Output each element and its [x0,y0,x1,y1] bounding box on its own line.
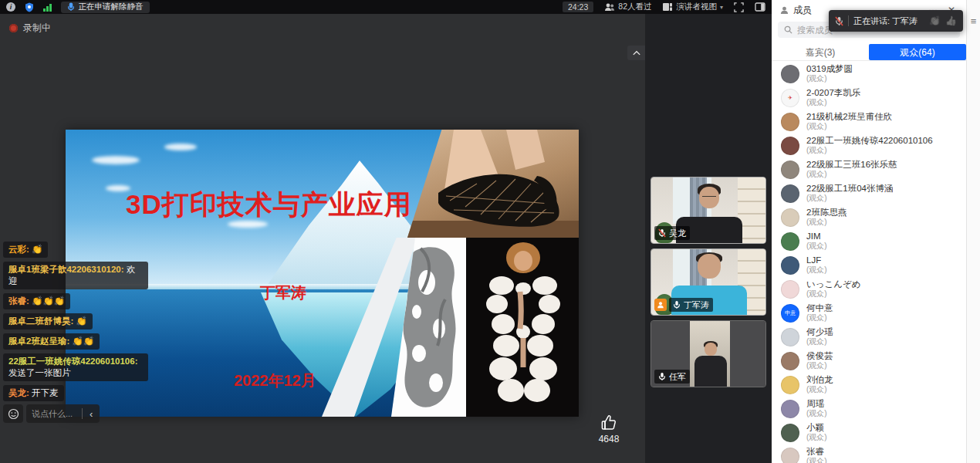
unmute-banner-label: 正在申请解除静音 [79,2,144,12]
fullscreen-icon [734,2,744,12]
side-panel-toggle[interactable] [755,2,765,12]
video-tile-wulong[interactable]: 吴龙 [651,177,766,244]
member-role: (观众) [806,313,833,323]
chat-message-text: 👏👏👏 [32,296,65,306]
member-list-item[interactable]: 2班陈思燕 (观众) [772,205,966,229]
shield-icon[interactable] [25,2,34,12]
tab-audience[interactable]: 观众(64) [869,44,966,60]
elapsed-time: 24:23 [563,2,593,12]
chat-sender-name: 服卓1班梁子歆42206310120: [8,265,124,274]
chat-message: 云彩: 👏 [3,242,48,258]
people-icon [604,2,615,12]
participant-name: 任军 [669,371,686,383]
view-mode-selector[interactable]: 演讲者视图 ▾ [662,2,723,12]
member-avatar [781,328,799,346]
divider [82,408,83,419]
chat-message-text: 发送了一张图片 [8,368,71,377]
info-icon[interactable]: i [6,2,15,12]
like-widget: 4648 [591,414,627,444]
member-list-item[interactable]: 张睿 (观众) [772,444,966,463]
chevron-up-icon [632,49,641,56]
now-speaking-label: 正在讲话: 丁军涛 [853,15,917,27]
member-list-item[interactable]: 22级服工三班16张乐慈 (观众) [772,157,966,181]
top-toolbar: i 正在申请解除静音 24:23 82人看过 演讲者视图 ▾ [0,0,772,14]
member-name: 0319成梦圆 [806,64,853,74]
member-avatar [781,65,799,83]
cloud [164,144,197,150]
thumbs-up-reaction-icon[interactable]: 👍 [945,15,957,26]
member-name: 张睿 [806,447,827,457]
member-name: 2班陈思燕 [806,208,847,218]
record-dot-icon [9,24,18,32]
member-list-item[interactable]: 中意 何中意 (观众) [772,301,966,325]
member-avatar [781,184,799,203]
member-list-item[interactable]: ✈ 2-0207李凯乐 (观众) [772,86,966,110]
member-list-item[interactable]: LJF (观众) [772,253,966,277]
member-list-item[interactable]: 0319成梦圆 (观众) [772,62,966,86]
member-list-item[interactable]: JIM (观众) [772,229,966,253]
panel-layout-icon [755,2,765,12]
chat-sender-name: 云彩: [8,245,29,254]
thumbs-up-icon[interactable] [600,414,618,432]
chat-message: 服卓2班赵呈瑜: 👏👏 [3,333,100,350]
mic-icon [67,2,75,12]
chat-message: 服卓1班梁子歆42206310120: 欢迎 [3,262,148,289]
video-name-label: 丁军涛 [654,298,713,312]
now-speaking-tooltip: 正在讲话: 丁军涛 👏 👍 [829,10,963,32]
member-role: (观众) [806,289,861,299]
video-tile-dingjuntao[interactable]: 丁军涛 [651,248,766,316]
chat-message: 张睿: 👏👏👏 [3,293,70,309]
member-list-item[interactable]: 21级机械2班呈甫佳欣 (观众) [772,110,966,133]
mic-icon [658,372,666,381]
muted-mic-icon [835,16,843,26]
member-list: 0319成梦圆 (观众) ✈ 2-0207李凯乐 (观众) 21级机械2班呈甫佳… [772,62,966,463]
member-avatar [781,137,799,155]
participant-name: 丁军涛 [684,299,709,311]
applause-reaction-icon[interactable]: 👏 [929,15,941,26]
member-list-item[interactable]: 周瑶 (观众) [772,397,966,421]
unmute-request-banner[interactable]: 正在申请解除静音 [61,2,150,13]
collapse-chat-button[interactable]: ‹ [88,408,94,420]
presentation-stage: 录制中 3D打印技术与产业应用 丁军涛 2022年12月 [0,14,645,463]
chat-input-bar: ‹ [3,404,100,423]
view-mode-label: 演讲者视图 [676,2,717,12]
network-signal-icon [43,3,52,12]
chat-input[interactable] [32,409,76,418]
participant-name: 吴龙 [669,228,686,239]
menu-icon[interactable]: ≡ [969,15,978,27]
member-list-item[interactable]: 22服工一班姚传琼42206010106 (观众) [772,133,966,157]
person-icon [779,5,789,15]
emoji-picker-button[interactable] [3,404,23,423]
chat-message: 服卓二班舒博昊: 👏 [3,313,93,330]
collapse-video-strip-button[interactable] [627,46,645,60]
member-avatar: ✈ [781,89,799,107]
member-name: JIM [806,231,827,242]
member-name: 22级服工三班16张乐慈 [806,160,897,170]
member-name: 22级服工1班04张博涵 [806,184,893,194]
member-avatar [781,424,799,442]
fullscreen-button[interactable] [734,2,744,12]
member-list-item[interactable]: 刘伯龙 (观众) [772,373,966,397]
member-role: (观众) [806,457,827,463]
members-panel-title: 成员 [793,4,812,17]
member-list-item[interactable]: 侯俊芸 (观众) [772,349,966,373]
member-role: (观众) [806,242,827,251]
member-list-item[interactable]: 何少瑶 (观众) [772,325,966,349]
member-list-item[interactable]: 小颖 (观众) [772,421,966,444]
member-avatar [781,280,799,299]
member-name: 刘伯龙 [806,375,833,385]
video-tile-renjun[interactable]: 任军 [651,320,766,387]
chat-message-list: 云彩: 👏 服卓1班梁子歆42206310120: 欢迎 张睿: 👏👏👏 服卓二… [3,242,148,401]
recording-label: 录制中 [23,22,51,35]
member-role: (观众) [806,433,827,442]
member-role: (观众) [806,385,833,394]
member-list-item[interactable]: いっこんぞめ (观众) [772,277,966,301]
chevron-down-icon: ▾ [720,4,723,11]
viewer-count[interactable]: 82人看过 [604,2,651,12]
member-list-item[interactable]: 22级服工1班04张博涵 (观众) [772,181,966,205]
members-panel: 成员 ··· ✕ 嘉宾(3) 观众(64) 0319成梦圆 (观众) ✈ [772,0,966,463]
member-avatar [781,376,799,394]
tab-guests[interactable]: 嘉宾(3) [772,44,869,60]
members-tabs: 嘉宾(3) 观众(64) [772,44,966,61]
chat-sender-name: 吴龙: [8,388,29,397]
